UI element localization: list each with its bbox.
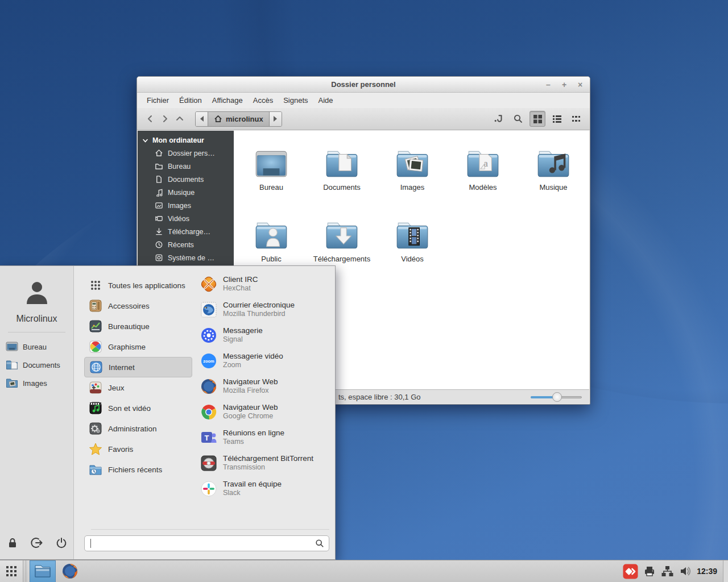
updater-tray-icon[interactable]: [623, 564, 638, 579]
compact-view-button[interactable]: [568, 111, 584, 127]
up-button[interactable]: [172, 111, 187, 126]
category-internet[interactable]: Internet: [84, 357, 192, 377]
downloads-folder-icon: [323, 216, 361, 253]
menu-signets[interactable]: Signets: [279, 94, 312, 107]
sidebar-item-recents[interactable]: Récents: [138, 238, 234, 251]
show-desktop-button[interactable]: [723, 560, 728, 582]
menu-edition[interactable]: Édition: [175, 94, 206, 107]
video-icon: [155, 214, 163, 223]
menu-fichier[interactable]: Fichier: [143, 94, 173, 107]
path-bar: microlinux: [195, 111, 282, 127]
slider-knob[interactable]: [552, 392, 562, 402]
clock[interactable]: 12:39: [697, 567, 717, 576]
sidebar-item-bureau[interactable]: Bureau: [138, 160, 234, 173]
task-firefox[interactable]: [57, 560, 83, 582]
category-graphisme[interactable]: Graphisme: [84, 336, 192, 357]
category-accessoires[interactable]: Accessoires: [84, 296, 192, 316]
search-box[interactable]: [84, 535, 329, 551]
category-jeux[interactable]: Jeux: [84, 377, 192, 398]
power-button[interactable]: [53, 534, 70, 551]
sidebar-item-videos[interactable]: Vidéos: [138, 212, 234, 225]
games-icon: [89, 381, 102, 394]
close-button[interactable]: ×: [575, 80, 585, 90]
path-home-button[interactable]: microlinux: [208, 112, 270, 126]
shortcut-bureau[interactable]: Bureau: [6, 338, 47, 355]
back-icon: [146, 114, 155, 123]
file-images[interactable]: Images: [377, 144, 448, 216]
category-bureautique[interactable]: Bureautique: [84, 316, 192, 336]
toolbar: microlinux: [137, 108, 590, 130]
network-tray-icon[interactable]: [661, 565, 674, 578]
teams-icon: T: [200, 429, 217, 446]
path-scroll-right-button[interactable]: [270, 112, 282, 126]
sidebar-item-home[interactable]: Dossier pers…: [138, 147, 234, 160]
app-thunderbird[interactable]: Courrier électroniqueMozilla Thunderbird: [200, 301, 330, 326]
home-icon: [214, 115, 222, 123]
category-son-et-video[interactable]: Son et vidéo: [84, 398, 192, 418]
search-input[interactable]: [91, 536, 315, 551]
sidebar-item-systeme[interactable]: Système de …: [138, 251, 234, 264]
maximize-button[interactable]: +: [559, 80, 569, 90]
zoom-slider[interactable]: [531, 394, 582, 400]
volume-tray-icon[interactable]: [679, 565, 692, 577]
videos-folder-icon: [394, 216, 431, 253]
titlebar[interactable]: Dossier personnel – + ×: [137, 77, 590, 93]
recent-files-icon: [89, 463, 102, 476]
sidebar-item-telechargements[interactable]: Télécharge…: [138, 225, 234, 238]
signal-icon: [200, 327, 217, 344]
menu-aide[interactable]: Aide: [315, 94, 337, 107]
path-scroll-left-button[interactable]: [196, 112, 208, 126]
divider: [8, 332, 65, 332]
triangle-right-icon: [272, 115, 278, 122]
app-zoom[interactable]: zoom Messagerie vidéoZoom: [200, 352, 330, 377]
back-button[interactable]: [143, 111, 158, 126]
category-administration[interactable]: Administration: [84, 418, 192, 439]
file-videos[interactable]: Vidéos: [377, 216, 448, 288]
hexchat-icon: [200, 276, 217, 293]
sidebar-item-images[interactable]: Images: [138, 199, 234, 212]
file-musique[interactable]: Musique: [518, 144, 589, 216]
app-chrome[interactable]: Navigateur WebGoogle Chrome: [200, 403, 330, 429]
sidebar-item-documents[interactable]: Documents: [138, 173, 234, 186]
app-hexchat[interactable]: Client IRCHexChat: [200, 275, 330, 301]
file-documents[interactable]: Documents: [307, 144, 377, 216]
shortcut-documents[interactable]: Documents: [6, 356, 60, 373]
app-teams[interactable]: T Réunions en ligneTeams: [200, 429, 330, 454]
applications-menu-button[interactable]: [0, 560, 23, 582]
divider: [91, 529, 329, 530]
chrome-icon: [200, 404, 217, 421]
category-fichiers-recents[interactable]: Fichiers récents: [84, 459, 192, 480]
minimize-button[interactable]: –: [543, 80, 553, 90]
slack-icon: [200, 480, 217, 497]
printer-tray-icon[interactable]: [643, 565, 656, 577]
file-bureau[interactable]: Bureau: [236, 144, 307, 216]
desktop-folder-icon: [253, 144, 290, 182]
triangle-left-icon: [199, 115, 205, 122]
menu-affichage[interactable]: Affichage: [208, 94, 247, 107]
thunderbird-icon: [200, 301, 217, 318]
app-slack[interactable]: Travail en équipeSlack: [200, 480, 330, 505]
menu-acces[interactable]: Accès: [249, 94, 277, 107]
forward-button[interactable]: [158, 111, 172, 126]
window-title: Dossier personnel: [137, 80, 590, 89]
icon-view-button[interactable]: [530, 111, 545, 127]
logout-button[interactable]: [28, 534, 46, 551]
category-all-applications[interactable]: Toutes les applications: [84, 275, 192, 296]
shortcut-images[interactable]: Images: [6, 375, 47, 392]
sidebar-header[interactable]: Mon ordinateur: [138, 134, 234, 147]
taskbar: 12:39: [0, 560, 728, 582]
app-signal[interactable]: MessagerieSignal: [200, 326, 330, 352]
zoom-icon: zoom: [200, 352, 217, 369]
lock-screen-button[interactable]: [4, 534, 21, 551]
app-firefox[interactable]: Navigateur WebMozilla Firefox: [200, 377, 330, 403]
file-modeles[interactable]: a Modèles: [448, 144, 518, 216]
file-icon: [155, 175, 163, 184]
list-view-button[interactable]: [549, 111, 565, 127]
task-file-manager[interactable]: [30, 560, 56, 582]
search-button[interactable]: [510, 111, 526, 127]
open-location-button[interactable]: [491, 111, 507, 127]
public-folder-icon: [253, 216, 290, 253]
app-transmission[interactable]: Téléchargement BitTorrentTransmission: [200, 454, 330, 480]
category-favoris[interactable]: Favoris: [84, 439, 192, 459]
sidebar-item-musique[interactable]: Musique: [138, 186, 234, 199]
